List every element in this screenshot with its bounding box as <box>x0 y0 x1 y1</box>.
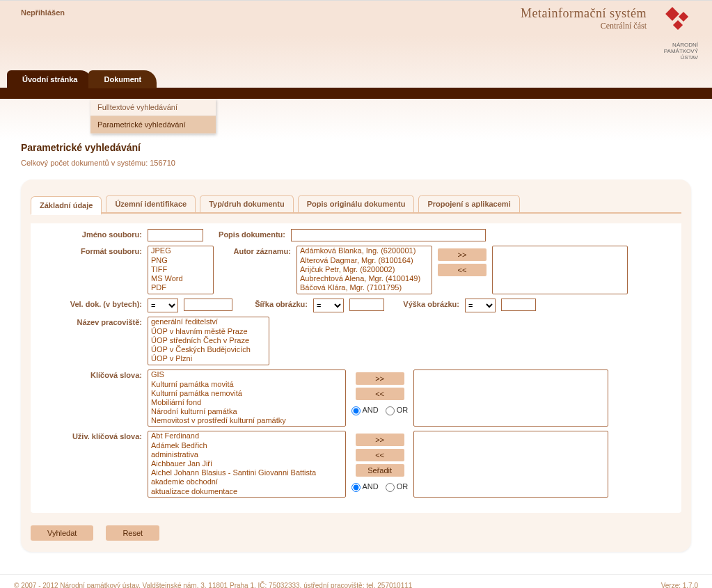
kw-remove-button[interactable]: << <box>356 388 404 400</box>
author-remove-button[interactable]: << <box>438 264 486 276</box>
kw-logic: AND OR <box>351 406 408 415</box>
format-select[interactable]: JPEGPNGTIFFMS WordPDF <box>148 246 214 294</box>
ukw-logic: AND OR <box>351 482 408 492</box>
brand-block: Metainformační systém Centrální část NÁR… <box>521 6 698 61</box>
sub-nav: Fulltextové vyhledávání Parametrické vyh… <box>90 99 216 134</box>
tab-desc[interactable]: Popis originálu dokumentu <box>298 195 415 212</box>
kw-and-radio[interactable] <box>351 406 361 415</box>
label-height: Výška obrázku: <box>390 299 459 308</box>
filename-input[interactable] <box>148 229 203 241</box>
user-keywords-select[interactable]: Abt FerdinandAdámek Bedřichadministrativ… <box>148 431 346 498</box>
ukw-or-radio[interactable] <box>386 483 395 492</box>
label-format: Formát souboru: <box>38 246 142 255</box>
brand-subtitle: Centrální část <box>521 21 647 31</box>
width-input[interactable] <box>349 299 384 311</box>
svg-rect-2 <box>673 20 683 30</box>
footer-copyright: © 2007 - 2012 Národní památkový ústav, V… <box>14 582 412 588</box>
label-author: Autor záznamu: <box>219 246 291 255</box>
keywords-select[interactable]: GISKulturní památka movitáKulturní památ… <box>148 370 346 427</box>
footer-version: Verze: 1.7.0 <box>661 582 698 588</box>
workplace-select[interactable]: generální ředitelstvíÚOP v hlavním městě… <box>148 317 269 365</box>
height-input[interactable] <box>501 299 536 311</box>
tab-type[interactable]: Typ/druh dokumentu <box>200 195 294 212</box>
tabs: Základní údaje Územní identifikace Typ/d… <box>31 195 681 214</box>
nav-document[interactable]: Dokument <box>88 70 157 88</box>
ukw-sort-button[interactable]: Seřadit <box>356 464 404 477</box>
tab-territory[interactable]: Územní identifikace <box>106 195 196 212</box>
author-select[interactable]: Adámková Blanka, Ing. (6200001)Alterová … <box>296 246 432 294</box>
size-input[interactable] <box>184 299 232 311</box>
ukw-add-button[interactable]: >> <box>356 434 404 446</box>
tab-basic[interactable]: Základní údaje <box>31 196 102 215</box>
author-selected[interactable] <box>492 246 628 294</box>
width-op-select[interactable]: =<> <box>313 299 344 312</box>
label-workplace: Název pracoviště: <box>38 317 142 326</box>
tab-links[interactable]: Propojení s aplikacemi <box>418 195 519 212</box>
form-area: Jméno souboru: Popis dokumentu: Formát s… <box>31 223 681 513</box>
user-keywords-selected[interactable] <box>413 431 608 498</box>
label-user-keywords: Uživ. klíčová slova: <box>38 431 142 440</box>
svg-rect-1 <box>679 12 688 22</box>
label-docdesc: Popis dokumentu: <box>209 229 285 239</box>
kw-add-button[interactable]: >> <box>356 372 404 385</box>
subnav-parametric[interactable]: Parametrické vyhledávání <box>90 116 216 134</box>
nav-strip <box>0 88 712 99</box>
label-size: Vel. dok. (v bytech): <box>38 299 142 308</box>
brand-title: Metainformační systém <box>521 6 647 21</box>
label-filename: Jméno souboru: <box>38 229 142 239</box>
page-title: Parametrické vyhledávání <box>21 142 691 153</box>
author-add-button[interactable]: >> <box>438 248 486 261</box>
footer: © 2007 - 2012 Národní památkový ústav, V… <box>0 574 712 588</box>
header: Nepřihlášen Metainformační systém Centrá… <box>0 1 712 61</box>
kw-or-radio[interactable] <box>386 406 395 415</box>
label-keywords: Klíčová slova: <box>38 370 142 379</box>
nav-home[interactable]: Úvodní stránka <box>7 70 93 88</box>
docdesc-input[interactable] <box>291 229 486 241</box>
svg-rect-0 <box>665 7 679 21</box>
logo-label: NÁRODNÍPAMÁTKOVÝÚSTAV <box>654 42 698 61</box>
top-nav: Úvodní stránka Dokument <box>0 70 712 88</box>
search-button[interactable]: Vyhledat <box>31 525 93 541</box>
logo: NÁRODNÍPAMÁTKOVÝÚSTAV <box>654 6 698 61</box>
keywords-selected[interactable] <box>413 370 608 427</box>
reset-button[interactable]: Reset <box>106 525 159 541</box>
size-op-select[interactable]: =<> <box>148 299 178 312</box>
subnav-fulltext[interactable]: Fulltextové vyhledávání <box>90 99 216 116</box>
ukw-remove-button[interactable]: << <box>356 449 404 461</box>
ukw-and-radio[interactable] <box>351 483 361 492</box>
total-count: Celkový počet dokumentů v systému: 15671… <box>21 159 691 167</box>
height-op-select[interactable]: =<> <box>465 299 496 312</box>
login-status: Nepřihlášen <box>21 6 65 17</box>
label-width: Šířka obrázku: <box>238 299 308 308</box>
search-panel: Základní údaje Územní identifikace Typ/d… <box>21 180 691 552</box>
